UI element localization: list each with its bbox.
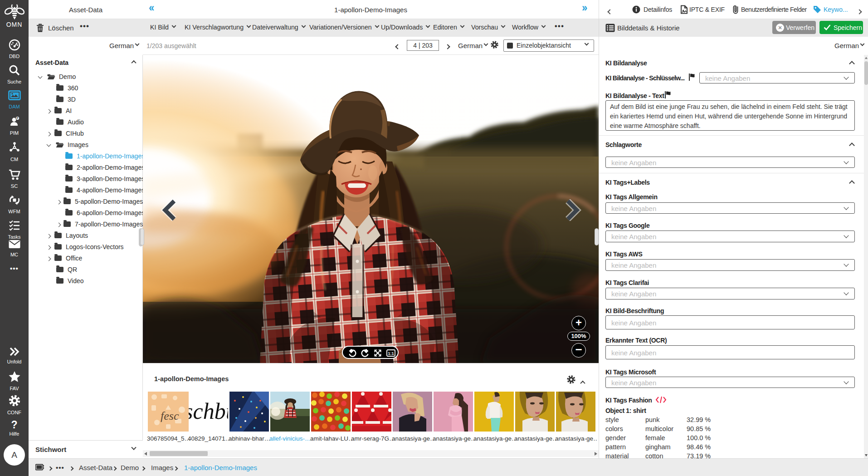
svg-text:fesc: fesc [161,409,179,422]
svg-text:schbŭ: schbŭ [189,398,228,424]
svg-text:1:1: 1:1 [388,351,394,356]
svg-text:P: P [16,117,19,120]
